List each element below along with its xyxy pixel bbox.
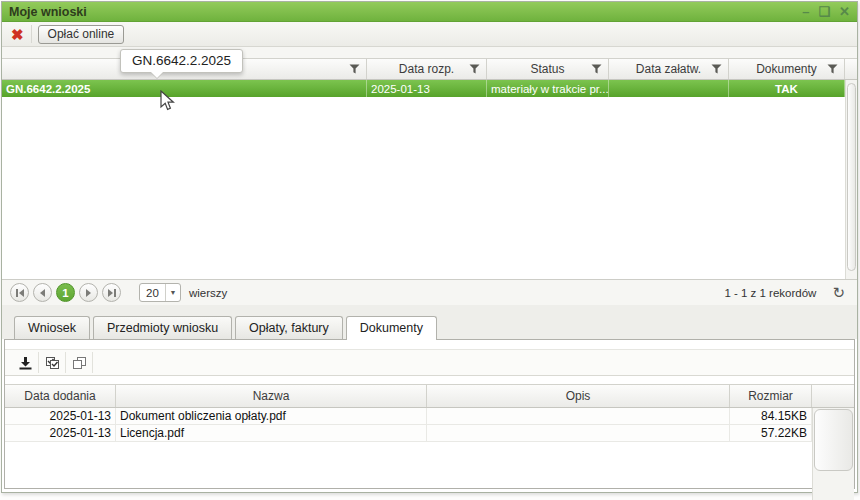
doc-cell-desc[interactable] [427,408,730,424]
refresh-icon[interactable]: ↻ [832,284,845,302]
pay-online-button[interactable]: Opłać online [38,25,125,44]
column-header-data-rozp[interactable]: Data rozp. [367,59,487,79]
documents-rows: 2025-01-13 Dokument obliczenia opłaty.pd… [5,408,812,500]
grid-rows: GN.6642.2.2025 2025-01-13 materiały w tr… [2,80,845,279]
cancel-icon[interactable]: ✖ [11,27,24,42]
page-size-value: 20 [140,287,165,299]
titlebar: Moje wnioski – ❑ ✕ [2,2,857,22]
doc-cell-name[interactable]: Dokument obliczenia opłaty.pdf [116,408,427,424]
filter-icon[interactable] [349,64,360,74]
table-row[interactable]: GN.6642.2.2025 2025-01-13 materiały w tr… [2,80,845,97]
tooltip-caret-icon [151,72,163,78]
tab-przedmioty-wniosku[interactable]: Przedmioty wniosku [93,316,232,339]
select-all-button[interactable] [39,352,66,373]
close-icon[interactable]: ✕ [839,5,850,18]
doc-cell-desc[interactable] [427,425,730,441]
filter-icon[interactable] [711,64,722,74]
download-icon [18,356,33,370]
header-filler [845,59,857,79]
records-count: 1 - 1 z 1 rekordów [724,287,816,299]
documents-scrollbar-thumb[interactable] [814,409,853,471]
grid-scrollbar[interactable] [845,80,857,279]
minimize-icon[interactable]: – [802,5,809,18]
cell-start-date[interactable]: 2025-01-13 [367,80,487,97]
main-toolbar: ✖ Opłać online [2,22,857,47]
moje-wnioski-window: Moje wnioski – ❑ ✕ ✖ Opłać online Data r… [1,1,858,493]
documents-header: Data dodania Nazwa Opis Rozmiar [5,384,854,408]
documents-body: 2025-01-13 Dokument obliczenia opłaty.pd… [5,408,854,500]
toolbar-separator [31,25,32,43]
download-button[interactable] [12,352,39,373]
first-page-button[interactable] [10,283,29,302]
current-page-button[interactable]: 1 [56,283,75,302]
grid-body: GN.6642.2.2025 2025-01-13 materiały w tr… [2,80,857,279]
doc-header-filler [812,385,854,407]
column-header-dokumenty[interactable]: Dokumenty [729,59,845,79]
doc-cell-size[interactable]: 57.22KB [730,425,812,441]
last-page-button[interactable] [102,283,121,302]
grid-scrollbar-thumb[interactable] [847,83,856,271]
column-header-status[interactable]: Status [487,59,609,79]
copy-icon [72,356,87,370]
table-row[interactable]: 2025-01-13 Licencja.pdf 57.22KB [5,425,812,442]
screen: Moje wnioski – ❑ ✕ ✖ Opłać online Data r… [0,0,860,500]
rows-label: wierszy [189,287,227,299]
chevron-down-icon: ▼ [165,284,180,301]
column-header-data-zalatw[interactable]: Data załatw. [609,59,729,79]
documents-scrollbar[interactable] [812,408,854,500]
filter-icon[interactable] [469,64,480,74]
cell-id[interactable]: GN.6642.2.2025 [2,80,367,97]
prev-page-button[interactable] [33,283,52,302]
doc-cell-name[interactable]: Licencja.pdf [116,425,427,441]
tooltip-text: GN.6642.2.2025 [132,53,231,68]
pager: 1 20 ▼ wierszy 1 - 1 z 1 rekordów ↻ [2,279,857,305]
tooltip: GN.6642.2.2025 [120,49,243,73]
doc-column-rozmiar[interactable]: Rozmiar [730,385,812,407]
documents-toolbar [5,349,854,376]
filter-icon[interactable] [591,64,602,74]
filter-icon[interactable] [827,64,838,74]
checkboxes-icon [45,356,60,370]
doc-column-nazwa[interactable]: Nazwa [116,385,427,407]
copy-button[interactable] [66,352,93,373]
doc-column-opis[interactable]: Opis [427,385,730,407]
window-title: Moje wnioski [9,5,87,19]
doc-cell-size[interactable]: 84.15KB [730,408,812,424]
doc-cell-date[interactable]: 2025-01-13 [5,408,116,424]
doc-cell-date[interactable]: 2025-01-13 [5,425,116,441]
doc-column-data-dodania[interactable]: Data dodania [5,385,116,407]
cell-done-date[interactable] [609,80,729,97]
next-page-button[interactable] [79,283,98,302]
cell-documents[interactable]: TAK [729,80,845,97]
tab-bar: Wniosek Przedmioty wniosku Opłaty, faktu… [2,312,857,339]
tabs-strip [2,305,857,312]
table-row[interactable]: 2025-01-13 Dokument obliczenia opłaty.pd… [5,408,812,425]
mouse-cursor-icon [160,90,176,112]
tab-dokumenty[interactable]: Dokumenty [346,316,437,340]
tab-oplaty-faktury[interactable]: Opłaty, faktury [235,316,343,339]
maximize-icon[interactable]: ❑ [818,5,830,18]
documents-panel: Data dodania Nazwa Opis Rozmiar 2025-01-… [4,339,855,489]
cell-status[interactable]: materiały w trakcie pr... [487,80,609,97]
tab-wniosek[interactable]: Wniosek [14,316,90,339]
page-size-select[interactable]: 20 ▼ [139,283,181,302]
